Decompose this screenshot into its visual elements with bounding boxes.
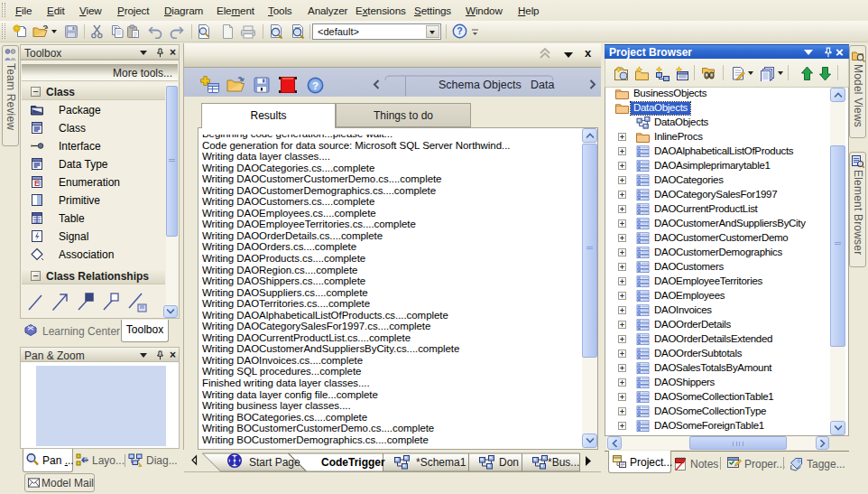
svg-text:?: ? — [312, 80, 319, 91]
svg-text:*Schema1: *Schema1 — [416, 456, 466, 469]
svg-text:*Bus...: *Bus... — [548, 456, 579, 469]
svg-text:CodeTrigger: CodeTrigger — [321, 456, 385, 469]
svg-text:Don: Don — [499, 456, 519, 469]
svg-text:?: ? — [457, 25, 462, 36]
svg-text:E: E — [34, 179, 40, 188]
